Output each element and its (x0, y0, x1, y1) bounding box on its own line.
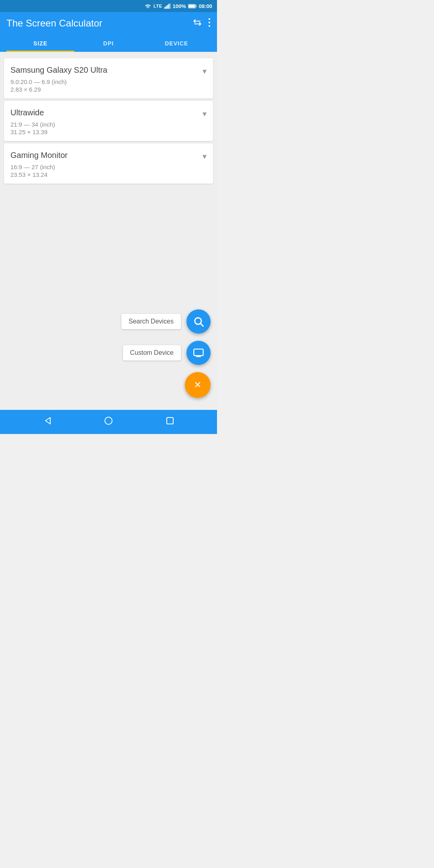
more-options-icon[interactable] (208, 18, 211, 29)
custom-device-label[interactable]: Custom Device (123, 345, 181, 360)
device-card-gaming-monitor[interactable]: Gaming Monitor ▾ 16:9 — 27 (inch) 23.53 … (4, 143, 213, 184)
chevron-icon-gaming: ▾ (203, 151, 207, 161)
app-bar-actions (192, 18, 211, 29)
svg-rect-6 (188, 5, 195, 8)
custom-device-icon (193, 347, 204, 358)
custom-fab-row: Custom Device (123, 341, 211, 365)
back-nav-icon[interactable] (42, 416, 52, 428)
device-dimensions-gaming: 23.53 × 13.24 (10, 171, 207, 178)
custom-fab-button[interactable] (186, 341, 211, 365)
device-dimensions-ultrawide: 31.25 × 13.39 (10, 129, 207, 135)
tabs: SIZE DPI DEVICE (6, 35, 211, 52)
svg-marker-15 (45, 418, 50, 424)
wifi-icon (144, 3, 151, 9)
battery-icon (188, 4, 197, 9)
search-fab-row: Search Devices (121, 309, 211, 334)
time-display: 08:00 (199, 3, 212, 9)
status-bar: LTE 100% 08:00 (0, 0, 217, 12)
fab-area: Search Devices Custom Device (0, 301, 217, 410)
svg-rect-17 (167, 418, 173, 424)
battery-percent: 100% (173, 3, 186, 9)
status-icons: LTE 100% 08:00 (144, 3, 212, 9)
device-name-samsung: Samsung Galaxy S20 Ultra (10, 66, 107, 75)
device-ratio-gaming: 16:9 — 27 (inch) (10, 164, 207, 170)
tab-dpi[interactable]: DPI (74, 35, 142, 52)
close-fab-button[interactable]: × (185, 372, 211, 398)
close-fab-row: × (185, 372, 211, 398)
svg-point-8 (209, 22, 210, 23)
device-card-samsung[interactable]: Samsung Galaxy S20 Ultra ▾ 9.0:20.0 — 6.… (4, 58, 213, 98)
device-ratio-ultrawide: 21:9 — 34 (inch) (10, 121, 207, 128)
svg-rect-4 (170, 3, 171, 8)
svg-rect-0 (164, 7, 166, 9)
svg-line-11 (201, 323, 203, 326)
chevron-icon-samsung: ▾ (203, 66, 207, 76)
svg-point-16 (105, 417, 112, 424)
svg-rect-3 (168, 4, 170, 9)
chevron-icon-ultrawide: ▾ (203, 109, 207, 119)
close-icon: × (194, 379, 201, 391)
device-name-gaming: Gaming Monitor (10, 151, 68, 160)
bottom-nav (0, 410, 217, 434)
device-name-ultrawide: Ultrawide (10, 108, 44, 117)
app-bar: The Screen Calculator SIZE DPI (0, 12, 217, 52)
device-card-ultrawide[interactable]: Ultrawide ▾ 21:9 — 34 (inch) 31.25 × 13.… (4, 101, 213, 141)
app-bar-top: The Screen Calculator (6, 18, 211, 29)
svg-point-7 (209, 18, 210, 20)
compare-icon[interactable] (192, 18, 203, 29)
search-icon (193, 316, 204, 327)
search-devices-label[interactable]: Search Devices (121, 314, 181, 329)
svg-rect-2 (167, 5, 168, 8)
content-area: Samsung Galaxy S20 Ultra ▾ 9.0:20.0 — 6.… (0, 52, 217, 410)
tab-size[interactable]: SIZE (6, 35, 74, 52)
svg-rect-1 (166, 6, 167, 9)
svg-point-9 (209, 25, 210, 27)
svg-rect-12 (194, 349, 203, 356)
signal-icon (164, 3, 171, 9)
device-ratio-samsung: 9.0:20.0 — 6.9 (inch) (10, 78, 207, 85)
tab-device[interactable]: DEVICE (143, 35, 211, 52)
recents-nav-icon[interactable] (165, 416, 175, 428)
home-nav-icon[interactable] (104, 416, 113, 428)
search-fab-button[interactable] (186, 309, 211, 334)
device-list: Samsung Galaxy S20 Ultra ▾ 9.0:20.0 — 6.… (0, 52, 217, 190)
lte-badge: LTE (154, 4, 162, 8)
app-title: The Screen Calculator (6, 18, 102, 29)
content-spacer (0, 190, 217, 301)
device-dimensions-samsung: 2.83 × 6.29 (10, 86, 207, 93)
